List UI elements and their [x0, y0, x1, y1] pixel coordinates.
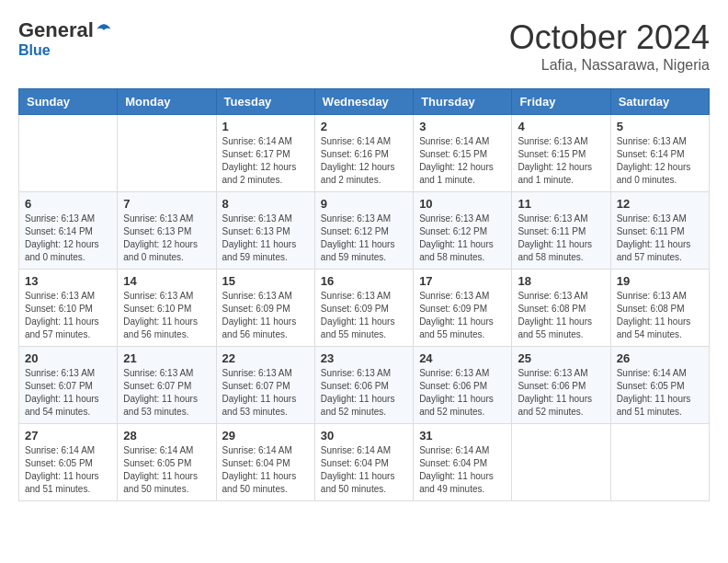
calendar-cell: 20Sunrise: 6:13 AM Sunset: 6:07 PM Dayli…: [19, 347, 118, 424]
day-number: 23: [321, 351, 407, 365]
day-info: Sunrise: 6:13 AM Sunset: 6:14 PM Dayligh…: [25, 213, 111, 264]
calendar-cell: 17Sunrise: 6:13 AM Sunset: 6:09 PM Dayli…: [414, 270, 512, 347]
day-number: 12: [617, 197, 703, 211]
day-info: Sunrise: 6:13 AM Sunset: 6:10 PM Dayligh…: [25, 290, 111, 341]
day-number: 14: [123, 274, 210, 288]
weekday-header-thursday: Thursday: [414, 89, 512, 115]
calendar-week-row: 1Sunrise: 6:14 AM Sunset: 6:17 PM Daylig…: [19, 115, 710, 192]
day-info: Sunrise: 6:13 AM Sunset: 6:12 PM Dayligh…: [321, 213, 407, 264]
day-number: 22: [222, 351, 309, 365]
day-info: Sunrise: 6:14 AM Sunset: 6:16 PM Dayligh…: [321, 135, 407, 187]
logo-blue-text: Blue: [18, 42, 51, 59]
calendar-cell: 30Sunrise: 6:14 AM Sunset: 6:04 PM Dayli…: [314, 424, 413, 501]
day-info: Sunrise: 6:13 AM Sunset: 6:09 PM Dayligh…: [419, 290, 506, 341]
day-info: Sunrise: 6:14 AM Sunset: 6:04 PM Dayligh…: [321, 444, 407, 496]
day-info: Sunrise: 6:13 AM Sunset: 6:09 PM Dayligh…: [222, 290, 309, 341]
day-info: Sunrise: 6:13 AM Sunset: 6:06 PM Dayligh…: [419, 367, 506, 419]
day-number: 29: [222, 429, 309, 442]
day-info: Sunrise: 6:14 AM Sunset: 6:17 PM Dayligh…: [222, 135, 309, 187]
calendar-week-row: 6Sunrise: 6:13 AM Sunset: 6:14 PM Daylig…: [19, 192, 710, 270]
month-year-title: October 2024: [509, 18, 710, 57]
day-number: 13: [25, 274, 111, 288]
day-info: Sunrise: 6:13 AM Sunset: 6:10 PM Dayligh…: [123, 290, 210, 341]
day-number: 28: [123, 429, 210, 442]
day-info: Sunrise: 6:13 AM Sunset: 6:12 PM Dayligh…: [419, 213, 506, 264]
day-number: 1: [222, 120, 309, 133]
day-number: 31: [419, 429, 506, 442]
day-info: Sunrise: 6:14 AM Sunset: 6:05 PM Dayligh…: [25, 444, 111, 496]
day-number: 19: [617, 274, 703, 288]
weekday-header-tuesday: Tuesday: [216, 89, 314, 115]
calendar-cell: 28Sunrise: 6:14 AM Sunset: 6:05 PM Dayli…: [118, 424, 216, 501]
calendar-cell: 7Sunrise: 6:13 AM Sunset: 6:13 PM Daylig…: [118, 192, 216, 270]
calendar-week-row: 13Sunrise: 6:13 AM Sunset: 6:10 PM Dayli…: [19, 270, 710, 347]
day-number: 2: [321, 120, 407, 133]
calendar-cell: 29Sunrise: 6:14 AM Sunset: 6:04 PM Dayli…: [216, 424, 314, 501]
day-number: 7: [123, 197, 210, 211]
day-number: 10: [419, 197, 506, 211]
day-info: Sunrise: 6:13 AM Sunset: 6:11 PM Dayligh…: [617, 213, 703, 264]
calendar-cell: 14Sunrise: 6:13 AM Sunset: 6:10 PM Dayli…: [118, 270, 216, 347]
title-section: October 2024 Lafia, Nassarawa, Nigeria: [509, 18, 710, 74]
calendar-cell: 6Sunrise: 6:13 AM Sunset: 6:14 PM Daylig…: [19, 192, 118, 270]
page-header: General Blue October 2024 Lafia, Nassara…: [18, 18, 710, 74]
calendar-cell: 15Sunrise: 6:13 AM Sunset: 6:09 PM Dayli…: [216, 270, 314, 347]
weekday-header-saturday: Saturday: [610, 89, 709, 115]
calendar-cell: 16Sunrise: 6:13 AM Sunset: 6:09 PM Dayli…: [314, 270, 413, 347]
calendar-cell: 26Sunrise: 6:14 AM Sunset: 6:05 PM Dayli…: [610, 347, 709, 424]
day-info: Sunrise: 6:13 AM Sunset: 6:13 PM Dayligh…: [222, 213, 309, 264]
calendar-cell: [118, 115, 216, 192]
calendar-cell: 5Sunrise: 6:13 AM Sunset: 6:14 PM Daylig…: [610, 115, 709, 192]
calendar-cell: 12Sunrise: 6:13 AM Sunset: 6:11 PM Dayli…: [610, 192, 709, 270]
day-number: 26: [617, 351, 703, 365]
calendar-cell: 11Sunrise: 6:13 AM Sunset: 6:11 PM Dayli…: [512, 192, 610, 270]
day-info: Sunrise: 6:14 AM Sunset: 6:04 PM Dayligh…: [222, 444, 309, 496]
day-info: Sunrise: 6:14 AM Sunset: 6:05 PM Dayligh…: [123, 444, 210, 496]
logo-bird-icon: [96, 22, 112, 39]
calendar-cell: 27Sunrise: 6:14 AM Sunset: 6:05 PM Dayli…: [19, 424, 118, 501]
day-number: 30: [321, 429, 407, 442]
calendar-cell: 8Sunrise: 6:13 AM Sunset: 6:13 PM Daylig…: [216, 192, 314, 270]
calendar-cell: 13Sunrise: 6:13 AM Sunset: 6:10 PM Dayli…: [19, 270, 118, 347]
calendar-cell: [610, 424, 709, 501]
day-number: 16: [321, 274, 407, 288]
calendar-header-row: SundayMondayTuesdayWednesdayThursdayFrid…: [19, 89, 710, 115]
day-number: 15: [222, 274, 309, 288]
day-number: 6: [25, 197, 111, 211]
calendar-cell: 18Sunrise: 6:13 AM Sunset: 6:08 PM Dayli…: [512, 270, 610, 347]
day-info: Sunrise: 6:13 AM Sunset: 6:06 PM Dayligh…: [518, 367, 604, 419]
logo-general-text: General: [18, 18, 94, 42]
day-info: Sunrise: 6:13 AM Sunset: 6:13 PM Dayligh…: [123, 213, 210, 264]
calendar-cell: 19Sunrise: 6:13 AM Sunset: 6:08 PM Dayli…: [610, 270, 709, 347]
day-info: Sunrise: 6:13 AM Sunset: 6:07 PM Dayligh…: [222, 367, 309, 419]
calendar-cell: 22Sunrise: 6:13 AM Sunset: 6:07 PM Dayli…: [216, 347, 314, 424]
day-number: 8: [222, 197, 309, 211]
day-number: 25: [518, 351, 604, 365]
day-number: 5: [617, 120, 703, 133]
calendar-cell: 10Sunrise: 6:13 AM Sunset: 6:12 PM Dayli…: [414, 192, 512, 270]
calendar-cell: 31Sunrise: 6:14 AM Sunset: 6:04 PM Dayli…: [414, 424, 512, 501]
day-number: 4: [518, 120, 604, 133]
day-info: Sunrise: 6:13 AM Sunset: 6:07 PM Dayligh…: [123, 367, 210, 419]
day-number: 18: [518, 274, 604, 288]
day-number: 9: [321, 197, 407, 211]
calendar-cell: 1Sunrise: 6:14 AM Sunset: 6:17 PM Daylig…: [216, 115, 314, 192]
day-number: 17: [419, 274, 506, 288]
day-info: Sunrise: 6:13 AM Sunset: 6:15 PM Dayligh…: [518, 135, 604, 187]
calendar-cell: [512, 424, 610, 501]
day-number: 27: [25, 429, 111, 442]
calendar-table: SundayMondayTuesdayWednesdayThursdayFrid…: [18, 88, 710, 501]
calendar-week-row: 27Sunrise: 6:14 AM Sunset: 6:05 PM Dayli…: [19, 424, 710, 501]
location-subtitle: Lafia, Nassarawa, Nigeria: [509, 57, 710, 74]
day-info: Sunrise: 6:14 AM Sunset: 6:05 PM Dayligh…: [617, 367, 703, 419]
day-info: Sunrise: 6:13 AM Sunset: 6:08 PM Dayligh…: [518, 290, 604, 341]
day-info: Sunrise: 6:13 AM Sunset: 6:06 PM Dayligh…: [321, 367, 407, 419]
calendar-cell: 4Sunrise: 6:13 AM Sunset: 6:15 PM Daylig…: [512, 115, 610, 192]
calendar-cell: [19, 115, 118, 192]
day-number: 24: [419, 351, 506, 365]
calendar-cell: 3Sunrise: 6:14 AM Sunset: 6:15 PM Daylig…: [414, 115, 512, 192]
calendar-cell: 2Sunrise: 6:14 AM Sunset: 6:16 PM Daylig…: [314, 115, 413, 192]
weekday-header-monday: Monday: [118, 89, 216, 115]
logo: General Blue: [18, 18, 112, 59]
day-info: Sunrise: 6:13 AM Sunset: 6:07 PM Dayligh…: [25, 367, 111, 419]
